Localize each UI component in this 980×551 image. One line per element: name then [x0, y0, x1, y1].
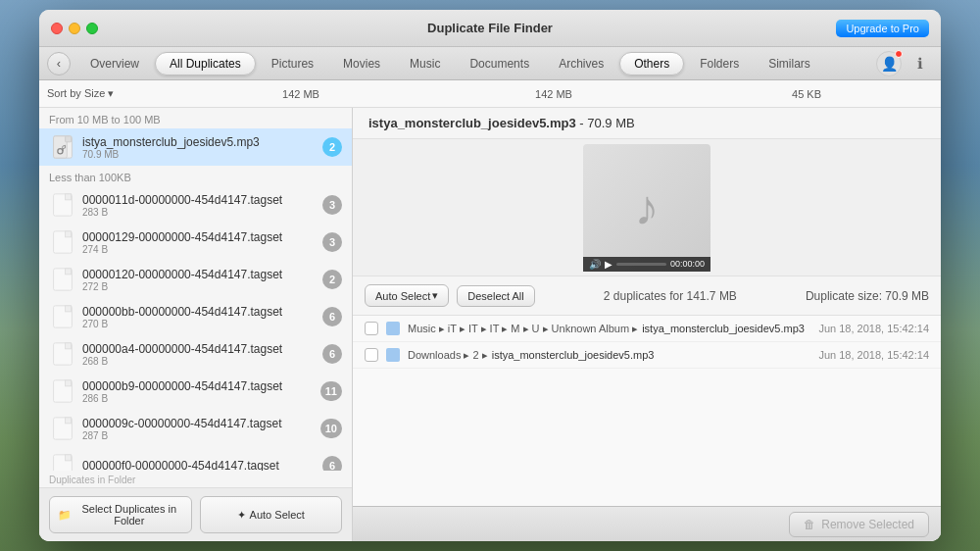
- file-size-1: 274 B: [82, 244, 317, 255]
- bottom-bar: 🗑 Remove Selected: [353, 506, 941, 541]
- list-item[interactable]: 000000bb-00000000-454d4147.tagset 270 B …: [39, 298, 352, 335]
- tab-music[interactable]: Music: [396, 53, 454, 75]
- badge-2: 2: [322, 270, 342, 289]
- file-path-1: Downloads ▸ 2 ▸ istya_monsterclub_joesid…: [408, 349, 810, 362]
- deselect-all-button[interactable]: Deselect All: [457, 285, 534, 307]
- file-row-name-1: istya_monsterclub_joesidev5.mp3: [492, 349, 655, 361]
- svg-rect-7: [66, 231, 72, 237]
- list-item[interactable]: 000000f0-00000000-454d4147.tagset 6: [39, 447, 352, 471]
- music-thumbnail: ♪ 🔊 ▶ 00:00:00: [583, 144, 710, 272]
- volume-icon[interactable]: 🔊: [589, 259, 601, 270]
- svg-rect-19: [66, 455, 72, 461]
- play-button[interactable]: ▶: [605, 259, 612, 270]
- section-header-small: Less than 100KB: [39, 166, 352, 186]
- section-header-large: From 10 MB to 100 MB: [39, 108, 352, 128]
- file-date-0: Jun 18, 2018, 15:42:14: [818, 323, 929, 334]
- music-note-icon: ♪: [635, 183, 660, 232]
- stats-bar: Sort by Size ▾ 142 MB 142 MB 45 KB: [39, 80, 941, 108]
- file-info-5: 000000b9-00000000-454d4147.tagset 286 B: [82, 379, 315, 404]
- duplicate-count-label: 2 duplicates for 141.7 MB: [543, 289, 798, 303]
- file-name-2: 00000120-00000000-454d4147.tagset: [82, 268, 317, 281]
- duplicate-size-label: Duplicate size: 70.9 MB: [806, 289, 929, 303]
- badge-0: 3: [322, 195, 342, 215]
- app-window: Duplicate File Finder Upgrade to Pro ‹ O…: [39, 10, 941, 541]
- list-item[interactable]: 000000a4-00000000-454d4147.tagset 268 B …: [39, 335, 352, 373]
- remove-selected-button[interactable]: 🗑 Remove Selected: [789, 512, 929, 537]
- tagset-icon-6: [49, 415, 76, 442]
- file-name-3: 000000bb-00000000-454d4147.tagset: [82, 305, 317, 319]
- file-name-0: 0000011d-00000000-454d4147.tagset: [82, 193, 317, 207]
- auto-select-btn-label: Auto Select: [375, 290, 430, 302]
- tab-folders[interactable]: Folders: [686, 53, 753, 75]
- back-button[interactable]: ‹: [47, 52, 71, 75]
- tagset-icon-0: [49, 191, 76, 219]
- tab-similars[interactable]: Similars: [755, 53, 824, 75]
- folder-icon: 📁: [58, 509, 72, 522]
- window-controls: [51, 23, 98, 34]
- file-list-scroll[interactable]: From 10 MB to 100 MB: [39, 108, 352, 471]
- maximize-button[interactable]: [86, 23, 98, 34]
- select-duplicates-button[interactable]: 📁 Select Duplicates in Folder: [49, 496, 192, 533]
- list-item[interactable]: 0000009c-00000000-454d4147.tagset 287 B …: [39, 410, 352, 447]
- main-content: From 10 MB to 100 MB: [39, 108, 941, 541]
- progress-bar[interactable]: [616, 263, 666, 266]
- mp3-file-size: 70.9 MB: [82, 149, 317, 160]
- file-name-7: 000000f0-00000000-454d4147.tagset: [82, 459, 317, 471]
- sort-control[interactable]: Sort by Size ▾: [47, 87, 174, 100]
- minimize-button[interactable]: [69, 23, 80, 34]
- svg-rect-17: [66, 418, 72, 424]
- user-icon-button[interactable]: 👤: [876, 51, 902, 76]
- list-item[interactable]: 00000120-00000000-454d4147.tagset 272 B …: [39, 261, 352, 298]
- close-button[interactable]: [51, 23, 63, 34]
- preview-filename: istya_monsterclub_joesidev5.mp3: [368, 116, 576, 130]
- remove-label: Remove Selected: [821, 518, 914, 531]
- tab-archives[interactable]: Archives: [545, 53, 617, 75]
- info-button[interactable]: ℹ: [907, 51, 933, 76]
- badge-5: 11: [320, 381, 342, 401]
- file-info-0: 0000011d-00000000-454d4147.tagset 283 B: [82, 193, 317, 218]
- file-size-2: 272 B: [82, 281, 317, 292]
- stats-col3: 45 KB: [680, 88, 933, 100]
- preview-area: ♪ 🔊 ▶ 00:00:00: [353, 139, 941, 276]
- list-item[interactable]: 00000129-00000000-454d4147.tagset 274 B …: [39, 224, 352, 261]
- file-name-6: 0000009c-00000000-454d4147.tagset: [82, 417, 315, 430]
- tab-overview[interactable]: Overview: [76, 53, 153, 75]
- trash-icon: 🗑: [804, 518, 815, 531]
- list-item[interactable]: 0000011d-00000000-454d4147.tagset 283 B …: [39, 186, 352, 224]
- tab-movies[interactable]: Movies: [329, 53, 394, 75]
- folder-icon-1: [386, 348, 400, 362]
- tab-documents[interactable]: Documents: [456, 53, 543, 75]
- file-checkbox-0[interactable]: [365, 322, 378, 335]
- notification-dot: [895, 50, 903, 58]
- preview-header: istya_monsterclub_joesidev5.mp3 - 70.9 M…: [353, 108, 941, 139]
- info-icon: ℹ: [917, 55, 923, 73]
- duplicates-toolbar: Auto Select ▾ Deselect All 2 duplicates …: [353, 276, 941, 316]
- upgrade-button[interactable]: Upgrade to Pro: [836, 20, 929, 37]
- dup-file-row[interactable]: Music ▸ iT ▸ IT ▸ IT ▸ M ▸ U ▸ Unknown A…: [353, 316, 941, 342]
- tab-all-duplicates[interactable]: All Duplicates: [155, 52, 256, 75]
- list-item[interactable]: 000000b9-00000000-454d4147.tagset 286 B …: [39, 373, 352, 410]
- mp3-file-name: istya_monsterclub_joesidev5.mp3: [82, 135, 317, 149]
- duplicates-in-folder-label: Duplicates in Folder: [39, 471, 352, 487]
- file-checkbox-1[interactable]: [365, 348, 378, 362]
- file-info-3: 000000bb-00000000-454d4147.tagset 270 B: [82, 305, 317, 329]
- list-item-mp3[interactable]: istya_monsterclub_joesidev5.mp3 70.9 MB …: [39, 128, 352, 166]
- app-title: Duplicate File Finder: [427, 21, 553, 35]
- bottom-buttons: 📁 Select Duplicates in Folder ✦ Auto Sel…: [39, 487, 352, 541]
- svg-rect-11: [66, 306, 72, 312]
- dup-file-row[interactable]: Downloads ▸ 2 ▸ istya_monsterclub_joesid…: [353, 342, 941, 369]
- tagset-icon-2: [49, 266, 76, 293]
- preview-filesize: 70.9 MB: [587, 116, 634, 130]
- tab-pictures[interactable]: Pictures: [258, 53, 327, 75]
- tab-others[interactable]: Others: [619, 52, 684, 75]
- auto-select-left-button[interactable]: ✦ Auto Select: [200, 496, 343, 533]
- svg-rect-9: [66, 269, 72, 275]
- file-size-3: 270 B: [82, 319, 317, 329]
- auto-select-dropdown[interactable]: Auto Select ▾: [365, 284, 449, 307]
- file-info-7: 000000f0-00000000-454d4147.tagset: [82, 459, 317, 471]
- file-date-1: Jun 18, 2018, 15:42:14: [818, 349, 929, 361]
- path-text-1: Downloads ▸ 2 ▸: [408, 349, 488, 362]
- file-size-5: 286 B: [82, 393, 315, 404]
- file-info-6: 0000009c-00000000-454d4147.tagset 287 B: [82, 417, 315, 441]
- stats-col1: 142 MB: [174, 88, 427, 100]
